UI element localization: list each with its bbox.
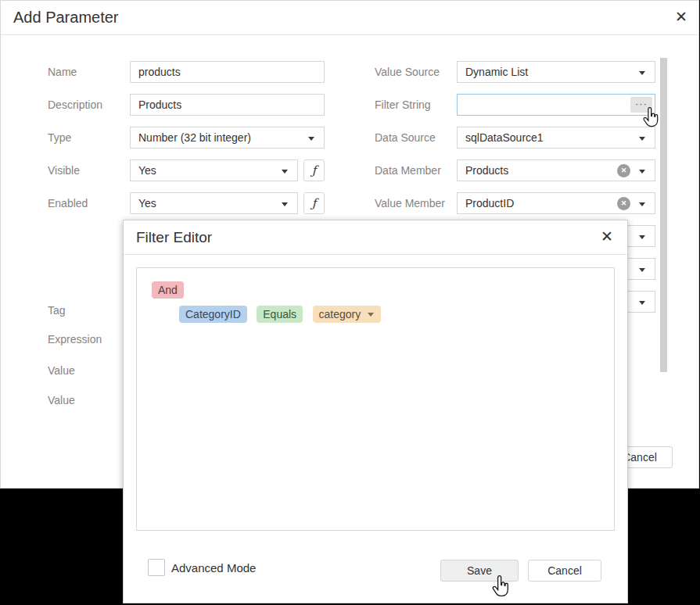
dialog-title: Add Parameter xyxy=(13,9,119,27)
close-icon[interactable]: ✕ xyxy=(672,8,691,27)
filter-string-row: Filter String ··· xyxy=(1,94,698,116)
chevron-down-icon xyxy=(639,202,645,206)
operator-chip[interactable]: Equals xyxy=(257,306,303,323)
value-chip-label: category xyxy=(319,308,361,320)
chevron-down-icon xyxy=(639,268,645,272)
value-source-dropdown[interactable]: Dynamic List xyxy=(457,61,655,83)
filter-condition-area: And CategoryID Equals category xyxy=(136,267,615,531)
value-member-value: ProductID xyxy=(465,197,514,209)
data-source-dropdown[interactable]: sqlDataSource1 xyxy=(457,127,655,149)
data-member-value: Products xyxy=(465,164,508,177)
dialog-header: Filter Editor ✕ xyxy=(124,220,627,255)
data-source-row: Data Source sqlDataSource1 xyxy=(1,127,698,149)
group-operator-chip[interactable]: And xyxy=(152,281,184,299)
filter-string-input[interactable]: ··· xyxy=(457,94,655,116)
advanced-mode-checkbox[interactable] xyxy=(148,559,165,576)
data-member-label: Data Member xyxy=(375,164,441,177)
dialog-header: Add Parameter ✕ xyxy=(1,1,698,35)
value-label: Value xyxy=(48,394,75,406)
close-icon[interactable]: ✕ xyxy=(598,227,616,246)
data-member-dropdown[interactable]: Products ✕ xyxy=(457,159,655,181)
value-member-row: Value Member ProductID ✕ xyxy=(1,192,698,214)
clear-icon[interactable]: ✕ xyxy=(617,197,630,210)
expression-label: Expression xyxy=(48,333,102,345)
scrollbar-thumb[interactable] xyxy=(660,58,667,372)
condition-row: CategoryID Equals category xyxy=(179,306,387,323)
value-member-dropdown[interactable]: ProductID ✕ xyxy=(457,192,655,214)
value-source-value: Dynamic List xyxy=(465,66,528,78)
data-source-value: sqlDataSource1 xyxy=(465,131,544,144)
chevron-down-icon xyxy=(639,170,645,174)
field-chip[interactable]: CategoryID xyxy=(179,306,247,323)
value-source-label: Value Source xyxy=(375,66,440,78)
cancel-button[interactable]: Cancel xyxy=(528,560,601,582)
chevron-down-icon xyxy=(368,313,374,317)
value-chip[interactable]: category xyxy=(313,306,382,323)
ellipsis-button[interactable]: ··· xyxy=(630,97,652,113)
advanced-mode-label: Advanced Mode xyxy=(171,561,256,575)
save-button[interactable]: Save xyxy=(440,560,519,582)
filter-editor-dialog: Filter Editor ✕ And CategoryID Equals ca… xyxy=(123,220,628,603)
clear-icon[interactable]: ✕ xyxy=(617,164,630,177)
data-member-row: Data Member Products ✕ xyxy=(1,159,698,181)
value-label-disabled: Value xyxy=(48,364,75,377)
data-source-label: Data Source xyxy=(375,131,436,144)
chevron-down-icon xyxy=(639,71,645,75)
filter-string-label: Filter String xyxy=(375,98,431,111)
chevron-down-icon xyxy=(639,301,645,305)
chevron-down-icon xyxy=(639,137,645,141)
value-source-row: Value Source Dynamic List xyxy=(1,61,698,83)
dialog-title: Filter Editor xyxy=(136,229,212,246)
value-member-label: Value Member xyxy=(375,197,445,209)
chevron-down-icon xyxy=(639,235,645,239)
